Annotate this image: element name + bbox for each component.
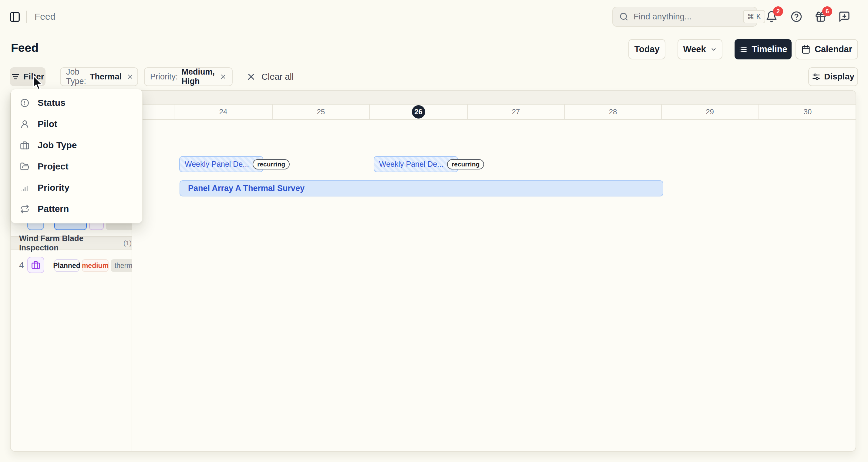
menu-item-job-type[interactable]: Job Type [11,135,142,156]
filter-button-label: Filter [23,72,44,81]
tag-badge-label: thermal [115,262,132,270]
notifications-button[interactable]: 2 [766,10,779,23]
search-shortcut-kbd: ⌘ K [743,10,765,23]
filter-lines-icon [11,72,20,81]
calendar-view-button[interactable]: Calendar [796,39,858,59]
topbar-divider [26,11,27,23]
timeline-view-button[interactable]: Timeline [735,39,792,59]
filter-chip-priority: Priority: Medium, High [144,67,232,86]
page-title: Feed [11,41,38,55]
project-group-count: (1) [123,239,132,247]
event-title: Weekly Panel De... [379,160,443,169]
timeline-button-label: Timeline [751,44,787,54]
signal-bars-icon [20,183,29,193]
list-icon [739,45,747,54]
job-row-number: 4 [19,260,24,270]
tag-badge: thermal [111,259,132,272]
display-button-label: Display [824,72,854,81]
chip-value: Medium, High [182,67,215,86]
day-label: 29 [706,108,714,116]
project-group-header[interactable]: Wind Farm Blade Inspection (1) [11,236,132,250]
whats-new-count-badge: 6 [822,6,832,16]
help-button[interactable] [790,10,804,23]
priority-badge: medium [82,259,108,272]
calendar-icon [801,45,810,54]
message-square-plus-icon [838,11,851,23]
day-label: 25 [317,108,325,116]
menu-item-label: Project [38,161,68,172]
whats-new-button[interactable]: 6 [815,10,828,23]
menu-item-label: Priority [38,183,69,193]
feedback-button[interactable] [838,10,851,23]
event-panel-array-survey[interactable]: Panel Array A Thermal Survey [180,180,663,196]
today-button-label: Today [634,44,659,54]
event-recurring-1[interactable]: Weekly Panel De... recurring [179,156,263,172]
close-icon [246,71,256,82]
topbar-section-label: Feed [35,0,55,33]
menu-item-pilot[interactable]: Pilot [11,113,142,135]
filter-button[interactable]: Filter [10,67,45,86]
menu-item-label: Job Type [38,140,77,151]
search-icon [619,12,629,22]
topbar: Feed ⌘ K 2 6 [0,0,868,33]
today-badge: 26 [412,105,425,119]
close-icon [126,73,134,80]
day-cell: 27 [467,105,564,119]
briefcase-icon [20,141,29,150]
alert-circle-icon [20,98,29,108]
menu-item-status[interactable]: Status [11,92,142,113]
close-icon [220,73,227,80]
folder-open-icon [20,162,29,171]
panel-left-icon [9,11,21,23]
sidebar-toggle-button[interactable] [9,11,21,23]
menu-item-priority[interactable]: Priority [11,177,142,198]
event-recurring-2[interactable]: Weekly Panel De... recurring [374,156,458,172]
clear-all-x-button[interactable] [244,67,258,86]
event-title: Weekly Panel De... [185,160,249,169]
chip-label: Priority: [150,72,178,81]
day-cell: 28 [564,105,661,119]
menu-item-pattern[interactable]: Pattern [11,198,142,220]
filter-dropdown-menu: Status Pilot Job Type Project Priority P… [11,89,143,223]
search-box[interactable]: ⌘ K [612,7,757,27]
repeat-icon [20,204,29,214]
notifications-count-badge: 2 [773,6,783,16]
day-cell: 24 [174,105,272,119]
range-select-button[interactable]: Week [678,39,722,59]
clear-all-button[interactable]: Clear all [261,67,293,86]
clear-all-label: Clear all [261,72,293,82]
status-badge-label: Planned [53,262,80,270]
day-cell-today: 26 [369,105,467,119]
event-title: Panel Array A Thermal Survey [188,184,305,193]
today-button[interactable]: Today [628,39,665,59]
sliders-icon [812,72,820,81]
menu-item-label: Pilot [38,119,57,129]
chip-label: Job Type: [66,67,86,86]
menu-item-label: Pattern [38,204,69,214]
menu-item-label: Status [38,98,65,108]
day-label: 28 [609,108,617,116]
help-circle-icon [790,11,804,23]
search-input[interactable] [633,12,743,22]
user-icon [20,120,29,129]
day-cell: 25 [272,105,369,119]
display-button[interactable]: Display [808,67,858,86]
project-group-title: Wind Farm Blade Inspection [19,234,120,253]
briefcase-icon [31,260,40,269]
remove-filter-priority-button[interactable] [220,73,227,80]
filter-chip-job-type: Job Type: Thermal [60,67,138,86]
range-label: Week [683,44,706,54]
job-type-icon-box[interactable] [27,257,44,273]
chip-value: Thermal [90,72,122,81]
status-badge: Planned [54,259,79,272]
day-label: 24 [219,108,227,116]
priority-badge-label: medium [82,262,108,270]
recurring-badge: recurring [447,159,484,169]
day-cell: 29 [661,105,758,119]
calendar-button-label: Calendar [815,44,852,54]
recurring-badge: recurring [253,159,290,169]
remove-filter-job-type-button[interactable] [126,73,134,80]
day-cell: 30 [758,105,856,119]
chevron-down-icon [710,46,717,53]
menu-item-project[interactable]: Project [11,156,142,177]
